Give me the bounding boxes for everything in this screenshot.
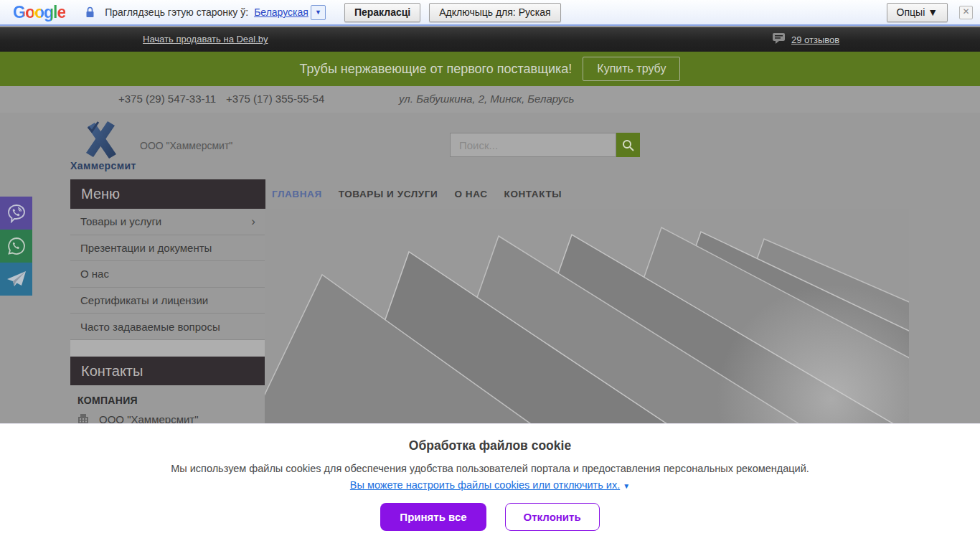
options-button[interactable]: Опцыі ▼ bbox=[887, 3, 948, 22]
chevron-down-icon[interactable]: ▼ bbox=[623, 482, 630, 490]
phone-number-1[interactable]: +375 (29) 547-33-11 bbox=[118, 93, 216, 105]
whatsapp-button[interactable] bbox=[0, 230, 32, 263]
company-name: ООО "Хаммерсмит" bbox=[140, 140, 232, 151]
reviews-link[interactable]: 29 отзывов bbox=[791, 34, 839, 45]
sidebar-menu: Товары и услуги › Презентации и документ… bbox=[70, 209, 265, 340]
contact-bar: +375 (29) 547-33-11 +375 (17) 355-55-54 … bbox=[0, 86, 980, 113]
close-translate-bar-button[interactable]: ✕ bbox=[959, 6, 973, 19]
viber-icon bbox=[6, 203, 27, 223]
sidebar-divider bbox=[70, 340, 265, 357]
search-input[interactable] bbox=[450, 133, 616, 157]
page: Google Праглядзець гэтую старонку ў: Бел… bbox=[0, 0, 980, 551]
reviews-block[interactable]: 29 отзывов bbox=[773, 32, 839, 47]
telegram-icon bbox=[6, 270, 27, 288]
search-box bbox=[450, 133, 640, 157]
google-translate-bar: Google Праглядзець гэтую старонку ў: Бел… bbox=[0, 0, 980, 26]
company-section-label: КОМПАНИЯ bbox=[77, 395, 138, 406]
accept-cookies-button[interactable]: Принять все bbox=[380, 503, 486, 531]
close-icon: ✕ bbox=[962, 6, 969, 17]
translate-prompt: Праглядзець гэтую старонку ў: bbox=[105, 6, 248, 18]
chevron-down-icon: ▼ bbox=[315, 9, 321, 16]
logo-text: Хаммерсмит bbox=[70, 160, 132, 171]
company-address: ул. Бабушкина, 2, Минск, Беларусь bbox=[399, 93, 574, 105]
promo-banner: Трубы нержавеющие от первого поставщика!… bbox=[0, 52, 980, 86]
viber-button[interactable] bbox=[0, 197, 32, 230]
tab-contacts[interactable]: КОНТАКТЫ bbox=[504, 189, 562, 199]
chevron-right-icon: › bbox=[251, 215, 255, 229]
social-stack bbox=[0, 197, 32, 296]
disable-translation-button[interactable]: Адключыць для: Руская bbox=[429, 3, 560, 22]
menu-header: Меню bbox=[70, 179, 265, 209]
buy-pipe-button[interactable]: Купить трубу bbox=[583, 57, 680, 81]
sidebar-item-presentations[interactable]: Презентации и документы bbox=[70, 235, 265, 262]
promo-text: Трубы нержавеющие от первого поставщика! bbox=[300, 62, 573, 77]
language-dropdown-button[interactable]: ▼ bbox=[311, 5, 326, 20]
tab-home[interactable]: ГЛАВНАЯ bbox=[272, 189, 322, 199]
hero-image bbox=[265, 209, 909, 423]
translate-button[interactable]: Перакласці bbox=[344, 3, 420, 22]
company-logo[interactable]: Хаммерсмит bbox=[70, 118, 132, 171]
decline-cookies-button[interactable]: Отклонить bbox=[505, 503, 600, 531]
comment-icon bbox=[773, 32, 785, 47]
search-icon bbox=[622, 139, 634, 151]
logo-mark-icon bbox=[79, 118, 123, 159]
cookie-dialog: Обработка файлов cookie Мы используем фа… bbox=[0, 423, 980, 551]
metal-sheets-illustration bbox=[265, 209, 909, 423]
top-bar: Начать продавать на Deal.by 29 отзывов bbox=[0, 27, 980, 52]
cookie-dialog-title: Обработка файлов cookie bbox=[0, 438, 980, 453]
sidebar-item-faq[interactable]: Часто задаваемые вопросы bbox=[70, 314, 265, 340]
sidebar-item-certificates[interactable]: Сертификаты и лицензии bbox=[70, 288, 265, 314]
search-button[interactable] bbox=[616, 133, 640, 157]
cookie-settings-link[interactable]: Вы можете настроить файлы cookies или от… bbox=[350, 479, 620, 491]
tab-products[interactable]: ТОВАРЫ И УСЛУГИ bbox=[339, 189, 438, 199]
language-link[interactable]: Беларуская bbox=[254, 6, 308, 18]
whatsapp-icon bbox=[6, 236, 27, 256]
phone-number-2[interactable]: +375 (17) 355-55-54 bbox=[226, 93, 324, 105]
contacts-header: Контакты bbox=[70, 357, 265, 385]
main-nav: ГЛАВНАЯ ТОВАРЫ И УСЛУГИ О НАС КОНТАКТЫ bbox=[272, 179, 562, 209]
sidebar-item-products[interactable]: Товары и услуги › bbox=[70, 209, 265, 235]
sell-on-deal-link[interactable]: Начать продавать на Deal.by bbox=[143, 34, 268, 44]
tab-about[interactable]: О НАС bbox=[454, 189, 487, 199]
telegram-button[interactable] bbox=[0, 263, 32, 296]
sidebar-item-about[interactable]: О нас bbox=[70, 261, 265, 288]
site-header: Хаммерсмит ООО "Хаммерсмит" bbox=[0, 113, 980, 177]
google-logo: Google bbox=[13, 3, 65, 22]
cookie-message: Мы используем файлы cookies для обеспече… bbox=[0, 463, 980, 474]
lock-icon bbox=[85, 6, 95, 18]
